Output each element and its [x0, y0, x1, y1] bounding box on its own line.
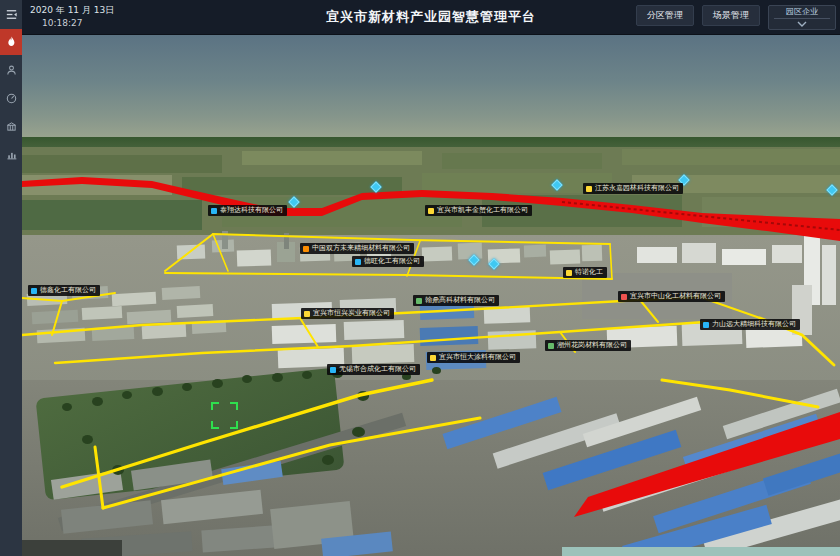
- company-marker-icon: [416, 298, 422, 304]
- company-marker-icon: [355, 259, 361, 265]
- park-enterprises-dropdown[interactable]: 园区企业: [768, 5, 836, 30]
- company-name: 宜兴市凯丰金蟹化工有限公司: [437, 207, 528, 214]
- person-icon: [5, 64, 18, 77]
- company-marker-icon: [703, 322, 709, 328]
- company-marker-icon: [304, 311, 310, 317]
- app-window: 2020 年 11 月 13日 10:18:27 宜兴市新材料产业园智慧管理平台…: [0, 0, 840, 556]
- company-name: 潮州花岗材料有限公司: [557, 342, 627, 349]
- company-label[interactable]: 宜兴市恒兴炭业有限公司: [301, 308, 394, 319]
- map-3d-view[interactable]: 泰翔达科技有限公司宜兴市凯丰金蟹化工有限公司江苏永嘉园林科技有限公司中国双方未来…: [22, 35, 840, 556]
- company-label[interactable]: 无锡市合成化工有限公司: [327, 364, 420, 375]
- company-label[interactable]: 翰鼎高科材料有限公司: [413, 295, 499, 306]
- factory-icon: [5, 120, 18, 133]
- company-name: 无锡市合成化工有限公司: [339, 366, 416, 373]
- company-name: 翰鼎高科材料有限公司: [425, 297, 495, 304]
- company-name: 德鑫化工有限公司: [40, 287, 96, 294]
- sidebar: [0, 0, 22, 556]
- company-marker-icon: [31, 288, 37, 294]
- company-label[interactable]: 宜兴市凯丰金蟹化工有限公司: [425, 205, 532, 216]
- menu-fold-icon: [4, 7, 19, 22]
- company-marker-icon: [303, 246, 309, 252]
- company-name: 泰翔达科技有限公司: [220, 207, 283, 214]
- sidebar-item-fire-monitor[interactable]: [0, 29, 22, 55]
- company-name: 中国双方未来精细材料有限公司: [312, 245, 410, 252]
- company-label[interactable]: 德旺化工有限公司: [352, 256, 424, 267]
- topbar-actions: 分区管理场景管理 园区企业: [636, 5, 836, 30]
- chevron-down-icon: [797, 21, 807, 27]
- company-label[interactable]: 泰翔达科技有限公司: [208, 205, 287, 216]
- red-road-foreground: [574, 412, 840, 517]
- scene-management-button[interactable]: 场景管理: [702, 5, 760, 26]
- flame-icon: [5, 35, 18, 49]
- company-name: 宜兴市恒大涂料有限公司: [439, 354, 516, 361]
- company-label[interactable]: 潮州花岗材料有限公司: [545, 340, 631, 351]
- company-marker-icon: [430, 355, 436, 361]
- company-marker-icon: [566, 270, 572, 276]
- company-marker-icon: [621, 294, 627, 300]
- company-marker-icon: [548, 343, 554, 349]
- sidebar-item-menu[interactable]: [0, 3, 22, 25]
- gauge-icon: [5, 92, 18, 105]
- company-label[interactable]: 力山远大精细科技有限公司: [700, 319, 800, 330]
- company-name: 宜兴市中山化工材料有限公司: [630, 293, 721, 300]
- company-label[interactable]: 德鑫化工有限公司: [28, 285, 100, 296]
- company-marker-icon: [428, 208, 434, 214]
- dropdown-value: 园区企业: [774, 6, 830, 19]
- zone-management-button[interactable]: 分区管理: [636, 5, 694, 26]
- company-label[interactable]: 特诺化工: [563, 267, 607, 278]
- company-marker-icon: [586, 186, 592, 192]
- bar-chart-icon: [5, 148, 18, 161]
- company-label[interactable]: 江苏永嘉园林科技有限公司: [583, 183, 683, 194]
- sidebar-item-statistics[interactable]: [0, 143, 22, 165]
- company-marker-icon: [211, 208, 217, 214]
- company-name: 力山远大精细科技有限公司: [712, 321, 796, 328]
- sidebar-item-enterprises[interactable]: [0, 115, 22, 137]
- company-name: 宜兴市恒兴炭业有限公司: [313, 310, 390, 317]
- sidebar-item-personnel[interactable]: [0, 59, 22, 81]
- company-name: 江苏永嘉园林科技有限公司: [595, 185, 679, 192]
- company-name: 特诺化工: [575, 269, 603, 276]
- company-marker-icon: [330, 367, 336, 373]
- topbar: 2020 年 11 月 13日 10:18:27 宜兴市新材料产业园智慧管理平台…: [22, 0, 840, 35]
- sidebar-item-gauge-monitor[interactable]: [0, 87, 22, 109]
- company-label[interactable]: 中国双方未来精细材料有限公司: [300, 243, 414, 254]
- company-label[interactable]: 宜兴市恒大涂料有限公司: [427, 352, 520, 363]
- selection-brackets: [211, 402, 238, 429]
- company-name: 德旺化工有限公司: [364, 258, 420, 265]
- company-label[interactable]: 宜兴市中山化工材料有限公司: [618, 291, 725, 302]
